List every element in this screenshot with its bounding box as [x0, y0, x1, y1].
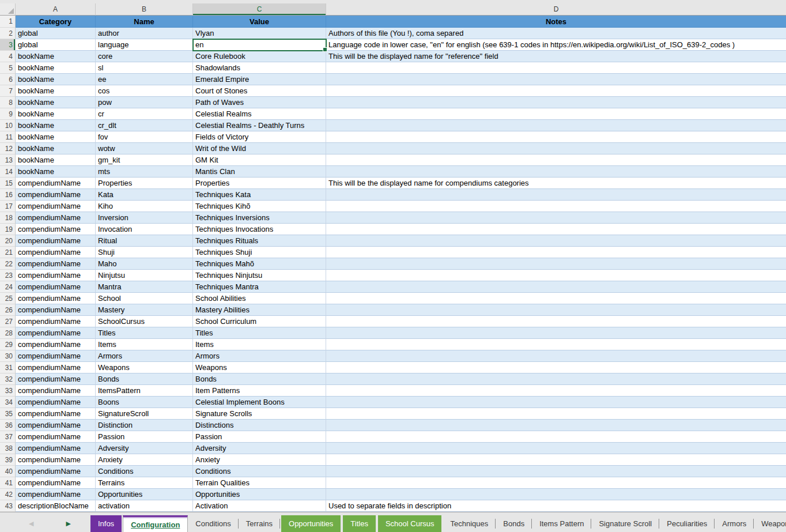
cell-notes[interactable]	[326, 293, 786, 304]
row-header[interactable]: 36	[0, 420, 16, 431]
row-header[interactable]: 26	[0, 304, 16, 316]
cell-value[interactable]: Bonds	[193, 373, 326, 385]
row-header[interactable]: 7	[0, 85, 16, 97]
sheet-tab-conditions[interactable]: Conditions	[188, 515, 238, 532]
row-header[interactable]: 14	[0, 166, 16, 178]
cell-value[interactable]: Vlyan	[193, 28, 326, 39]
cell-value[interactable]: Anxiety	[193, 454, 326, 466]
cell-category[interactable]: compendiumName	[16, 339, 96, 350]
cell-name[interactable]: cr_dlt	[96, 120, 193, 131]
cell-name[interactable]: ee	[96, 74, 193, 85]
cell-notes[interactable]	[326, 85, 786, 97]
cell-notes[interactable]	[326, 385, 786, 397]
row-header[interactable]: 21	[0, 247, 16, 258]
cell-value[interactable]: Celestial Implement Boons	[193, 397, 326, 408]
row-header[interactable]: 9	[0, 108, 16, 120]
cell-name[interactable]: ItemsPattern	[96, 385, 193, 397]
cell-value[interactable]: School Abilities	[193, 293, 326, 304]
cell-name[interactable]: Passion	[96, 431, 193, 443]
table-header-category[interactable]: Category	[16, 16, 96, 28]
row-header[interactable]: 3	[0, 39, 16, 51]
cell-notes[interactable]	[326, 247, 786, 258]
sheet-tab-signature-scroll[interactable]: Signature Scroll	[591, 515, 659, 532]
row-header[interactable]: 6	[0, 74, 16, 85]
cell-name[interactable]: Maho	[96, 258, 193, 270]
cell-notes[interactable]	[326, 466, 786, 477]
row-header[interactable]: 4	[0, 51, 16, 62]
cell-category[interactable]: compendiumName	[16, 304, 96, 316]
cell-value[interactable]: en	[193, 39, 326, 51]
cell-notes[interactable]: This will be the displayed name for comp…	[326, 178, 786, 189]
row-header[interactable]: 16	[0, 189, 16, 201]
row-header[interactable]: 31	[0, 362, 16, 373]
cell-value[interactable]: Opportunities	[193, 489, 326, 500]
cell-name[interactable]: School	[96, 293, 193, 304]
cell-notes[interactable]	[326, 431, 786, 443]
cell-notes[interactable]	[326, 235, 786, 247]
cell-name[interactable]: sl	[96, 62, 193, 74]
sheet-tab-school-cursus[interactable]: School Cursus	[378, 515, 442, 532]
cell-value[interactable]: Armors	[193, 350, 326, 362]
cell-notes[interactable]	[326, 397, 786, 408]
cell-notes[interactable]	[326, 408, 786, 420]
cell-name[interactable]: fov	[96, 131, 193, 143]
cell-category[interactable]: compendiumName	[16, 327, 96, 339]
cell-name[interactable]: Invocation	[96, 224, 193, 235]
cell-category[interactable]: compendiumName	[16, 420, 96, 431]
cell-value[interactable]: Signature Scrolls	[193, 408, 326, 420]
cell-name[interactable]: cos	[96, 85, 193, 97]
cell-value[interactable]: Emerald Empire	[193, 74, 326, 85]
cell-value[interactable]: Weapons	[193, 362, 326, 373]
row-header[interactable]: 35	[0, 408, 16, 420]
cell-notes[interactable]: Language code in lower case, "en" for en…	[326, 39, 786, 51]
sheet-tab-terrains[interactable]: Terrains	[239, 515, 280, 532]
cell-name[interactable]: mts	[96, 166, 193, 178]
row-header[interactable]: 12	[0, 143, 16, 154]
cell-name[interactable]: Bonds	[96, 373, 193, 385]
table-header-value[interactable]: Value	[193, 16, 326, 28]
cell-category[interactable]: compendiumName	[16, 443, 96, 454]
cell-category[interactable]: compendiumName	[16, 373, 96, 385]
cell-notes[interactable]	[326, 166, 786, 178]
cell-notes[interactable]	[326, 154, 786, 166]
cell-value[interactable]: Titles	[193, 327, 326, 339]
cell-name[interactable]: wotw	[96, 143, 193, 154]
cell-name[interactable]: cr	[96, 108, 193, 120]
row-header[interactable]: 28	[0, 327, 16, 339]
row-header[interactable]: 24	[0, 281, 16, 293]
sheet-tab-techniques[interactable]: Techniques	[443, 515, 496, 532]
sheet-tab-opportunities[interactable]: Opportunities	[281, 515, 341, 532]
row-header[interactable]: 22	[0, 258, 16, 270]
cell-category[interactable]: compendiumName	[16, 316, 96, 327]
cell-name[interactable]: Ritual	[96, 235, 193, 247]
cell-value[interactable]: Techniques Ninjutsu	[193, 270, 326, 281]
cell-notes[interactable]	[326, 362, 786, 373]
cell-value[interactable]: Path of Waves	[193, 97, 326, 108]
cell-category[interactable]: bookName	[16, 120, 96, 131]
column-header-c[interactable]: C	[193, 3, 326, 16]
row-header[interactable]: 34	[0, 397, 16, 408]
cell-category[interactable]: compendiumName	[16, 212, 96, 224]
cell-notes[interactable]	[326, 212, 786, 224]
sheet-tab-bonds[interactable]: Bonds	[496, 515, 532, 532]
cell-notes[interactable]: Authors of this file (You !), coma separ…	[326, 28, 786, 39]
table-header-name[interactable]: Name	[96, 16, 193, 28]
cell-name[interactable]: Weapons	[96, 362, 193, 373]
cell-value[interactable]: Techniques Shuji	[193, 247, 326, 258]
cell-notes[interactable]	[326, 327, 786, 339]
row-header[interactable]: 38	[0, 443, 16, 454]
row-header[interactable]: 2	[0, 28, 16, 39]
sheet-tab-infos[interactable]: Infos	[90, 515, 122, 532]
cell-category[interactable]: bookName	[16, 154, 96, 166]
cell-category[interactable]: compendiumName	[16, 477, 96, 489]
cell-value[interactable]: Techniques Rituals	[193, 235, 326, 247]
cell-name[interactable]: Items	[96, 339, 193, 350]
column-header-d[interactable]: D	[326, 3, 786, 16]
cell-category[interactable]: compendiumName	[16, 466, 96, 477]
cell-notes[interactable]	[326, 281, 786, 293]
cell-value[interactable]: Distinctions	[193, 420, 326, 431]
cell-category[interactable]: compendiumName	[16, 224, 96, 235]
cell-value[interactable]: GM Kit	[193, 154, 326, 166]
cell-name[interactable]: Ninjutsu	[96, 270, 193, 281]
row-header[interactable]: 25	[0, 293, 16, 304]
